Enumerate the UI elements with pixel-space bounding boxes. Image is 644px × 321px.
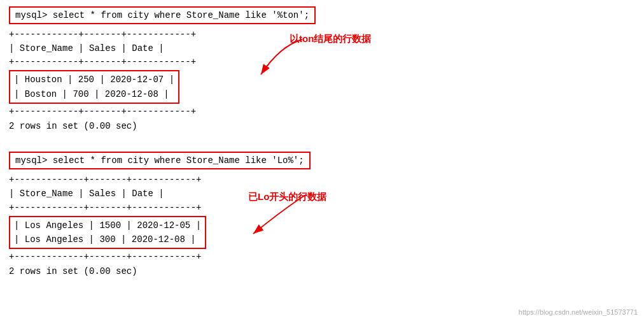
rows-info-2: 2 rows in set (0.00 sec) (9, 266, 635, 276)
arrow-1 (242, 33, 305, 84)
header-line2-1: +------------+-------+------------+ (9, 55, 635, 69)
result-box-2: | Los Angeles | 1500 | 2020-12-05 | | Lo… (9, 216, 206, 250)
data-row-2-0: | Los Angeles | 1500 | 2020-12-05 | (10, 218, 205, 232)
query-text-1: mysql> select * from city where Store_Na… (15, 10, 309, 20)
query-box-2: mysql> select * from city where Store_Na… (9, 152, 311, 169)
header-line1-2: +-------------+-------+------------+ (9, 173, 635, 187)
watermark: https://blog.csdn.net/weixin_51573771 (519, 308, 638, 316)
footer-line-2: +-------------+-------+------------+ (9, 250, 635, 264)
query-text-2: mysql> select * from city where Store_Na… (15, 155, 304, 166)
rows-info-1: 2 rows in set (0.00 sec) (9, 121, 635, 131)
section-gap (9, 141, 635, 152)
data-row-1-1: | Boston | 700 | 2020-12-08 | (10, 87, 178, 101)
table-section-2: +-------------+-------+------------+ | S… (9, 173, 635, 264)
query-box-1: mysql> select * from city where Store_Na… (9, 6, 316, 24)
section2: mysql> select * from city where Store_Na… (9, 152, 635, 276)
section1: mysql> select * from city where Store_Na… (9, 6, 635, 131)
arrow-2 (235, 188, 312, 245)
result-box-1: | Houston | 250 | 2020-12-07 | | Boston … (9, 70, 179, 104)
data-row-1-0: | Houston | 250 | 2020-12-07 | (10, 73, 178, 87)
data-row-2-1: | Los Angeles | 300 | 2020-12-08 | (10, 232, 205, 246)
footer-line-1: +------------+-------+------------+ (9, 105, 635, 118)
